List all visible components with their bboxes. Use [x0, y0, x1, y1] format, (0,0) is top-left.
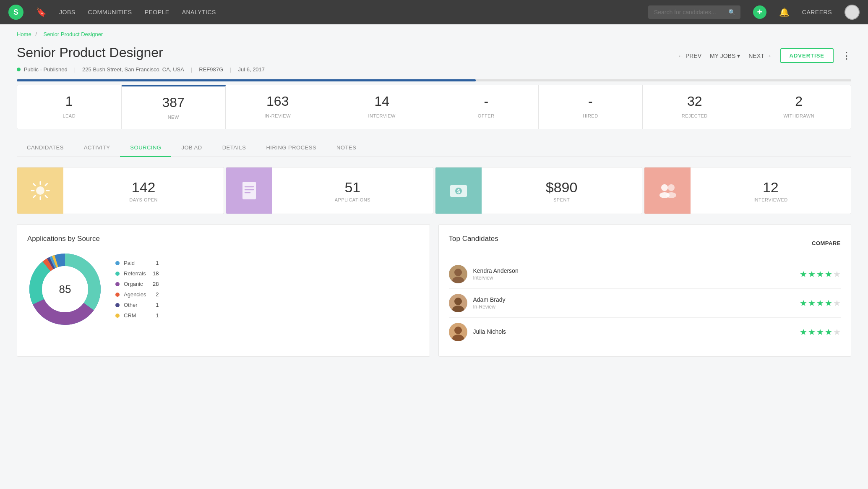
legend-item-other: Other 1 [115, 302, 159, 308]
candidate-row-0[interactable]: Kendra Anderson Interview ★ ★ ★ ★ ★ [449, 260, 841, 289]
stat-rejected[interactable]: 32 REJECTED [643, 85, 747, 129]
star-1: ★ [800, 269, 807, 279]
candidate-stars-2: ★ ★ ★ ★ ★ [800, 327, 841, 337]
legend-dot-organic [115, 282, 120, 286]
days-open-icon-box [17, 167, 63, 214]
svg-line-7 [45, 184, 47, 186]
stat-new[interactable]: 387 NEW [122, 85, 226, 129]
add-button[interactable]: + [753, 5, 766, 19]
candidate-name-0: Kendra Anderson [473, 267, 794, 274]
stat-in-review[interactable]: 163 IN-REVIEW [226, 85, 330, 129]
tab-hiring-process[interactable]: HIRING PROCESS [256, 139, 326, 157]
legend-val-agencies: 2 [150, 291, 159, 298]
tab-candidates[interactable]: CANDIDATES [17, 139, 74, 157]
stat-withdrawn[interactable]: 2 WITHDRAWN [747, 85, 851, 129]
top-candidates: Top Candidates COMPARE Kendra Anderson I… [438, 224, 852, 357]
candidate-row-2[interactable]: Julia Nichols ★ ★ ★ ★ ★ [449, 318, 841, 346]
search-wrap: 🔍 [648, 5, 740, 19]
svg-point-30 [454, 269, 462, 276]
bookmark-icon[interactable]: 🔖 [36, 7, 47, 17]
job-location: 225 Bush Street, San Francisco, CA, USA [82, 66, 184, 73]
candidate-stage-0: Interview [473, 275, 794, 281]
legend-name-agencies: Agencies [124, 291, 146, 298]
prev-button[interactable]: ← PREV [678, 52, 701, 59]
svg-text:$: $ [457, 188, 460, 194]
sourcing-cards: 142 DAYS OPEN 51 APPLICATIONS $ $8 [17, 167, 851, 214]
stat-offer-number: - [441, 94, 532, 109]
legend-val-organic: 28 [150, 281, 159, 287]
nav-people[interactable]: PEOPLE [145, 7, 169, 17]
interviewed-label: INTERVIEWED [699, 197, 842, 202]
stat-in-review-label: IN-REVIEW [264, 113, 291, 118]
star-5: ★ [833, 327, 841, 337]
svg-point-33 [454, 298, 462, 305]
stat-offer[interactable]: - OFFER [434, 85, 539, 129]
nav-analytics[interactable]: ANALYTICS [182, 7, 216, 17]
star-1: ★ [800, 327, 807, 337]
tab-job-ad[interactable]: JOB AD [171, 139, 212, 157]
sourcing-card-interviewed[interactable]: 12 INTERVIEWED [644, 167, 851, 214]
breadcrumb-home[interactable]: Home [17, 31, 31, 37]
stat-lead[interactable]: 1 LEAD [17, 85, 122, 129]
job-ref: REF987G [199, 66, 223, 73]
candidate-name-2: Julia Nichols [473, 328, 794, 335]
page-header-nav: ← PREV MY JOBS ▾ NEXT → ADVERTISE ⋮ [678, 45, 851, 63]
star-2: ★ [808, 327, 816, 337]
tab-sourcing[interactable]: SOURCING [120, 139, 171, 157]
next-button[interactable]: NEXT → [748, 52, 772, 59]
candidate-row-1[interactable]: Adam Brady In-Review ★ ★ ★ ★ ★ [449, 289, 841, 318]
stat-hired-number: - [545, 94, 636, 109]
sourcing-card-days[interactable]: 142 DAYS OPEN [17, 167, 224, 214]
stat-hired-label: HIRED [583, 113, 598, 118]
top-candidates-title: Top Candidates [449, 235, 498, 243]
status-dot [17, 68, 21, 71]
sourcing-card-applications[interactable]: 51 APPLICATIONS [226, 167, 433, 214]
stat-in-review-number: 163 [232, 94, 323, 109]
legend-item-crm: CRM 1 [115, 312, 159, 319]
star-3: ★ [816, 269, 824, 279]
sourcing-card-spent[interactable]: $ $890 SPENT [435, 167, 642, 214]
legend-val-referrals: 18 [150, 270, 159, 277]
stat-withdrawn-number: 2 [754, 94, 845, 109]
my-jobs-button[interactable]: MY JOBS ▾ [710, 52, 740, 59]
legend-item-paid: Paid 1 [115, 260, 159, 266]
top-candidates-header: Top Candidates COMPARE [449, 235, 841, 251]
legend-val-paid: 1 [150, 260, 159, 266]
legend-name-organic: Organic [124, 281, 146, 287]
tab-notes[interactable]: NOTES [326, 139, 366, 157]
stat-interview[interactable]: 14 INTERVIEW [330, 85, 435, 129]
compare-button[interactable]: COMPARE [812, 240, 841, 246]
applications-number: 51 [281, 179, 424, 196]
search-input[interactable] [648, 5, 740, 19]
candidate-stars-1: ★ ★ ★ ★ ★ [800, 298, 841, 308]
applications-label: APPLICATIONS [281, 197, 424, 202]
svg-line-6 [45, 196, 47, 198]
tab-details[interactable]: DETAILS [212, 139, 256, 157]
legend-item-referrals: Referrals 18 [115, 270, 159, 277]
svg-line-5 [34, 184, 36, 186]
avatar[interactable] [845, 5, 860, 20]
star-4: ★ [825, 269, 832, 279]
more-options-button[interactable]: ⋮ [842, 50, 851, 61]
applications-info: 51 APPLICATIONS [272, 173, 433, 209]
stat-new-number: 387 [128, 95, 219, 110]
nav-jobs[interactable]: JOBS [59, 7, 76, 17]
legend-name-crm: CRM [124, 312, 146, 319]
bell-icon[interactable]: 🔔 [779, 7, 790, 17]
candidate-info-0: Kendra Anderson Interview [473, 267, 794, 281]
progress-section [0, 79, 868, 81]
app-by-source-title: Applications by Source [27, 235, 420, 243]
status-badge: Public - Published [17, 66, 68, 73]
legend-dot-agencies [115, 293, 120, 297]
breadcrumb-separator: / [35, 31, 37, 37]
nav-communities[interactable]: COMMUNITIES [88, 7, 132, 17]
careers-link[interactable]: CAREERS [802, 9, 832, 16]
tab-activity[interactable]: ACTIVITY [74, 139, 120, 157]
legend-item-organic: Organic 28 [115, 281, 159, 287]
app-logo[interactable]: S [8, 5, 23, 20]
stat-hired[interactable]: - HIRED [539, 85, 643, 129]
advertise-button[interactable]: ADVERTISE [780, 48, 834, 63]
candidate-stars-0: ★ ★ ★ ★ ★ [800, 269, 841, 279]
spent-label: SPENT [490, 197, 633, 202]
stat-new-label: NEW [168, 115, 179, 120]
